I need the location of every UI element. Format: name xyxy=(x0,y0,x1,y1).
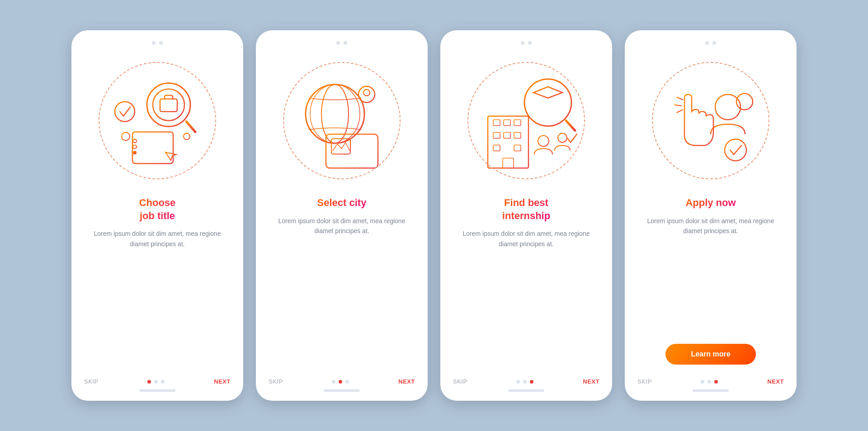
dashed-circle xyxy=(467,62,585,179)
skip-3[interactable]: SKIP xyxy=(453,378,467,385)
phone-top-dots-2 xyxy=(336,41,347,45)
next-3[interactable]: NEXT xyxy=(583,378,599,385)
card-title-2: Select city xyxy=(317,197,367,210)
bottom-bar-1 xyxy=(139,389,175,392)
skip-4[interactable]: SKIP xyxy=(637,378,652,385)
nav-dot xyxy=(701,380,704,384)
next-4[interactable]: NEXT xyxy=(767,378,784,385)
next-2[interactable]: NEXT xyxy=(398,378,415,385)
phone-dot xyxy=(712,41,716,45)
phone-card-3: Find best internship Lorem ipsum dolor s… xyxy=(440,30,612,401)
card-body-1: Lorem ipsum dolor sit dim amet, mea regi… xyxy=(71,229,243,249)
phone-top-dots-4 xyxy=(705,41,716,45)
phone-dot xyxy=(344,41,347,45)
nav-dots-1 xyxy=(147,380,165,384)
nav-dot xyxy=(332,380,335,384)
nav-dot xyxy=(516,380,520,384)
card-body-4: Lorem ipsum dolor sit dim amet, mea regi… xyxy=(625,216,797,236)
phone-dot xyxy=(159,41,163,45)
illustration-2 xyxy=(274,53,410,188)
illustration-4 xyxy=(643,53,778,188)
nav-dot xyxy=(523,380,527,384)
bottom-bar-4 xyxy=(693,389,729,392)
bottom-bar-3 xyxy=(508,389,544,392)
card-body-2: Lorem ipsum dolor sit dim amet, mea regi… xyxy=(256,216,428,236)
next-1[interactable]: NEXT xyxy=(214,378,231,385)
learn-more-button[interactable]: Learn more xyxy=(665,344,755,365)
dashed-circle xyxy=(283,62,401,179)
card-title-3: Find best internship xyxy=(502,197,550,222)
phone-card-1: Choose job title Lorem ipsum dolor sit d… xyxy=(71,30,243,401)
phone-dot xyxy=(336,41,340,45)
phone-dot xyxy=(152,41,156,45)
nav-bar-3: SKIP NEXT xyxy=(440,378,612,385)
nav-dot-active xyxy=(339,380,342,384)
nav-dot-active xyxy=(147,380,151,384)
nav-dot-active xyxy=(530,380,533,384)
illustration-3 xyxy=(458,53,594,188)
card-body-3: Lorem ipsum dolor sit dim amet, mea regi… xyxy=(440,229,612,249)
dashed-circle xyxy=(99,62,216,179)
nav-dot xyxy=(708,380,711,384)
bottom-bar-2 xyxy=(324,389,360,392)
skip-2[interactable]: SKIP xyxy=(269,378,283,385)
phone-dot xyxy=(521,41,524,45)
phone-top-dots-1 xyxy=(152,41,163,45)
nav-dot xyxy=(154,380,158,384)
card-title-1: Choose job title xyxy=(139,197,176,222)
phone-dot xyxy=(528,41,532,45)
nav-bar-1: SKIP NEXT xyxy=(71,378,243,385)
phone-top-dots-3 xyxy=(521,41,532,45)
nav-dots-4 xyxy=(701,380,718,384)
phone-card-2: Select city Lorem ipsum dolor sit dim am… xyxy=(256,30,428,401)
card-title-4: Apply now xyxy=(685,197,736,210)
nav-dot-active xyxy=(714,380,718,384)
phone-card-4: Apply now Lorem ipsum dolor sit dim amet… xyxy=(625,30,797,401)
nav-dot xyxy=(161,380,165,384)
skip-1[interactable]: SKIP xyxy=(84,378,99,385)
nav-bar-2: SKIP NEXT xyxy=(256,378,428,385)
nav-bar-4: SKIP NEXT xyxy=(625,378,797,385)
nav-dots-2 xyxy=(332,380,349,384)
nav-dot xyxy=(345,380,349,384)
phone-dot xyxy=(705,41,709,45)
illustration-1 xyxy=(90,53,225,188)
screens-container: Choose job title Lorem ipsum dolor sit d… xyxy=(71,30,797,401)
nav-dots-3 xyxy=(516,380,533,384)
dashed-circle xyxy=(652,62,769,179)
